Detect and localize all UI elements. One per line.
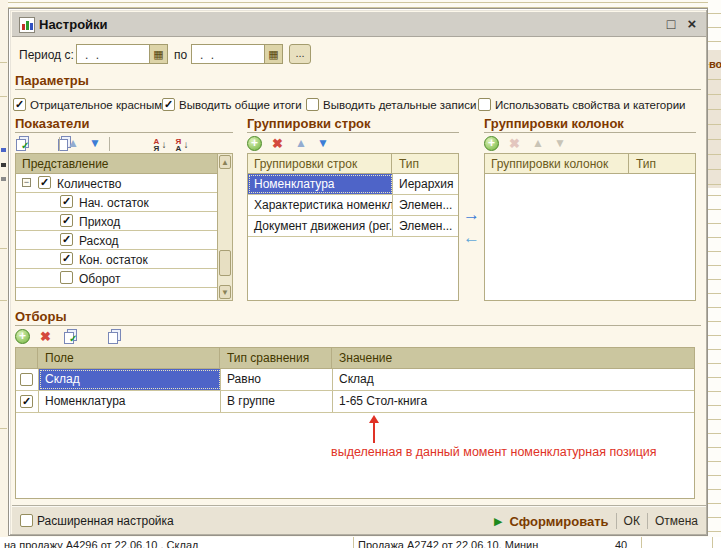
bg-grid-line [353, 537, 354, 548]
filter-enabled-cell[interactable]: ✓ [16, 391, 39, 412]
bg-right-cells [708, 50, 721, 188]
negative-red-checkbox[interactable]: ✓ [13, 98, 26, 111]
calendar-icon[interactable]: ▦ [264, 45, 282, 63]
bg-fragment [0, 96, 7, 97]
move-down-icon[interactable]: ▼ [89, 136, 101, 151]
column-header[interactable]: Тип [393, 154, 458, 173]
expander-icon[interactable]: − [22, 178, 31, 187]
tree-scrollbar[interactable]: ▲ ▼ [217, 154, 232, 300]
tree-row[interactable]: ✓ Кон. остаток [16, 250, 232, 269]
totals-checkbox[interactable]: ✓ [162, 98, 175, 111]
column-header[interactable]: Поле [39, 348, 220, 368]
tree-row[interactable]: − ✓ Количество [16, 174, 232, 193]
check-all-icon[interactable]: ✓ [15, 136, 31, 152]
generate-arrow-icon: ▶ [494, 515, 502, 528]
title-bar[interactable]: Настройки □ × [12, 12, 706, 37]
filter-enabled-cell[interactable] [16, 369, 39, 390]
delete-icon[interactable]: ✖ [40, 329, 51, 344]
row-group-name[interactable]: Номенклатура [248, 174, 393, 194]
table-row[interactable]: Документ движения (рег... Элемен... [248, 216, 458, 237]
checkbox-label[interactable]: Выводить детальные записи [323, 99, 476, 111]
row-checkbox[interactable]: ✓ [60, 233, 73, 246]
row-checkbox[interactable]: ✓ [38, 176, 51, 189]
column-header[interactable]: Тип [630, 154, 695, 173]
tree-row-label: Кон. остаток [79, 253, 148, 267]
uncheck-all-icon[interactable] [107, 329, 123, 345]
filter-value[interactable]: Склад [333, 369, 694, 390]
row-checkbox[interactable]: ✓ [60, 214, 73, 227]
table-header[interactable]: Группировки колонок Тип [485, 154, 695, 174]
column-header[interactable]: Тип сравнения [221, 348, 332, 368]
table-row[interactable]: Характеристика номенкл... Элемен... [248, 195, 458, 216]
checkbox-label[interactable]: Использовать свойства и категории [495, 99, 686, 111]
move-up-icon[interactable]: ▲ [295, 136, 307, 151]
filter-row[interactable]: ✓ Номенклатура В группе 1-65 Стол-книга [16, 391, 694, 413]
column-header[interactable]: Группировки строк [248, 154, 392, 173]
ok-button[interactable]: ОК [624, 514, 640, 528]
add-icon[interactable]: + [484, 136, 499, 151]
move-down-icon[interactable]: ▼ [317, 136, 329, 151]
row-group-name[interactable]: Характеристика номенкл... [248, 195, 393, 215]
bg-bottom-row: на продажу А4296 от 22.06.10 , Склад Про… [0, 537, 721, 548]
row-checkbox[interactable] [60, 271, 73, 284]
filter-field[interactable]: Номенклатура [39, 391, 221, 412]
period-from-label: Период с: [19, 48, 74, 62]
bg-left-strip [0, 0, 8, 548]
row-group-type[interactable]: Элемен... [393, 195, 458, 215]
period-to-field[interactable]: . . ▦ [191, 44, 283, 64]
add-icon[interactable]: + [15, 329, 30, 344]
close-button[interactable]: × [683, 16, 701, 33]
delete-icon[interactable]: ✖ [272, 136, 283, 151]
tree-row[interactable]: Оборот [16, 269, 232, 288]
filter-comparison[interactable]: Равно [221, 369, 333, 390]
scroll-up-icon[interactable]: ▲ [219, 155, 231, 169]
properties-checkbox[interactable] [478, 98, 491, 111]
scroll-down-icon[interactable]: ▼ [219, 285, 231, 299]
filter-checkbox[interactable]: ✓ [20, 395, 33, 408]
column-header[interactable]: Значение [333, 348, 694, 368]
col-groups-toolbar: + ✖ ▲ ▼ [484, 136, 696, 152]
advanced-settings-label[interactable]: Расширенная настройка [37, 514, 174, 528]
row-group-name[interactable]: Документ движения (рег... [248, 216, 393, 236]
tree-row[interactable]: ✓ Расход [16, 231, 232, 250]
row-checkbox[interactable]: ✓ [60, 195, 73, 208]
move-left-icon[interactable]: ← [463, 228, 480, 248]
period-more-button[interactable]: ... [289, 44, 311, 64]
scrollbar-thumb[interactable] [219, 250, 231, 276]
row-groups-title: Группировки строк [247, 116, 371, 131]
add-icon[interactable]: + [247, 136, 262, 151]
period-from-value[interactable]: . . [77, 45, 149, 63]
bg-fragment [0, 248, 7, 249]
filter-value[interactable]: 1-65 Стол-книга [333, 391, 694, 412]
filter-field[interactable]: Склад [39, 369, 221, 390]
filter-checkbox[interactable] [20, 373, 33, 386]
move-up-icon[interactable]: ▲ [67, 136, 79, 151]
move-right-icon[interactable]: → [463, 205, 480, 225]
period-to-value[interactable]: . . [192, 45, 264, 63]
cancel-button[interactable]: Отмена [655, 514, 698, 528]
tree-column-header[interactable]: Представление [16, 154, 232, 174]
table-header[interactable]: Группировки строк Тип [248, 154, 458, 174]
checkbox-label[interactable]: Отрицательное красным [30, 99, 162, 111]
maximize-button[interactable]: □ [662, 16, 680, 33]
indicators-toolbar: ✓ ▲ ▼ АЯ↓ ЯА↓ [15, 136, 233, 152]
advanced-settings-checkbox[interactable] [20, 514, 33, 527]
generate-button[interactable]: Сформировать [510, 514, 609, 529]
table-row[interactable]: Номенклатура Иерархия [248, 174, 458, 195]
column-header[interactable]: Группировки колонок [485, 154, 629, 173]
tree-row[interactable]: ✓ Нач. остаток [16, 193, 232, 212]
row-group-type[interactable]: Элемен... [393, 216, 458, 236]
tree-row[interactable]: ✓ Приход [16, 212, 232, 231]
filter-comparison[interactable]: В группе [221, 391, 333, 412]
detail-records-checkbox[interactable] [306, 98, 319, 111]
divider [15, 89, 701, 90]
check-all-icon[interactable]: ✓ [63, 329, 79, 345]
tree-row-label: Количество [57, 177, 121, 191]
row-checkbox[interactable]: ✓ [60, 252, 73, 265]
calendar-icon[interactable]: ▦ [149, 45, 167, 63]
row-group-type[interactable]: Иерархия [393, 174, 458, 194]
table-header[interactable]: Поле Тип сравнения Значение [16, 348, 694, 369]
checkbox-label[interactable]: Выводить общие итоги [179, 99, 302, 111]
period-from-field[interactable]: . . ▦ [76, 44, 168, 64]
filter-row[interactable]: Склад Равно Склад [16, 369, 694, 391]
